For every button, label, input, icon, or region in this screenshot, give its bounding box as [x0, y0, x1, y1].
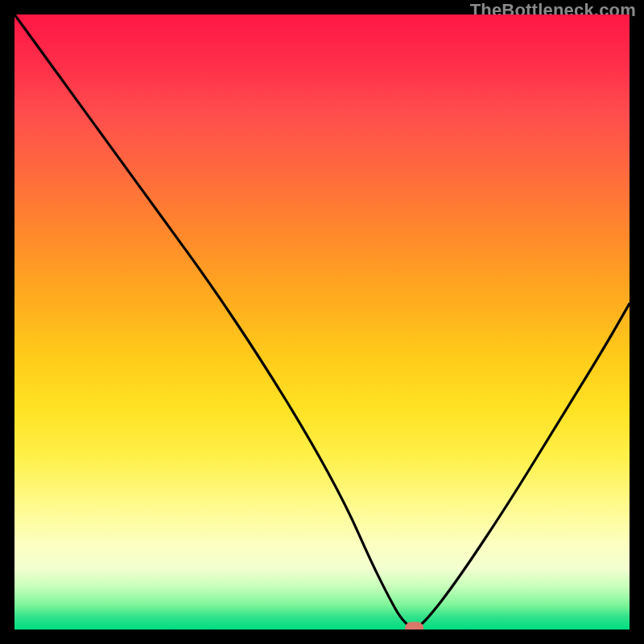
chart-frame: TheBottleneck.com [0, 0, 644, 644]
bottleneck-curve [14, 14, 630, 627]
plot-area [14, 14, 630, 630]
chart-svg [14, 14, 630, 630]
optimal-marker [406, 622, 423, 630]
